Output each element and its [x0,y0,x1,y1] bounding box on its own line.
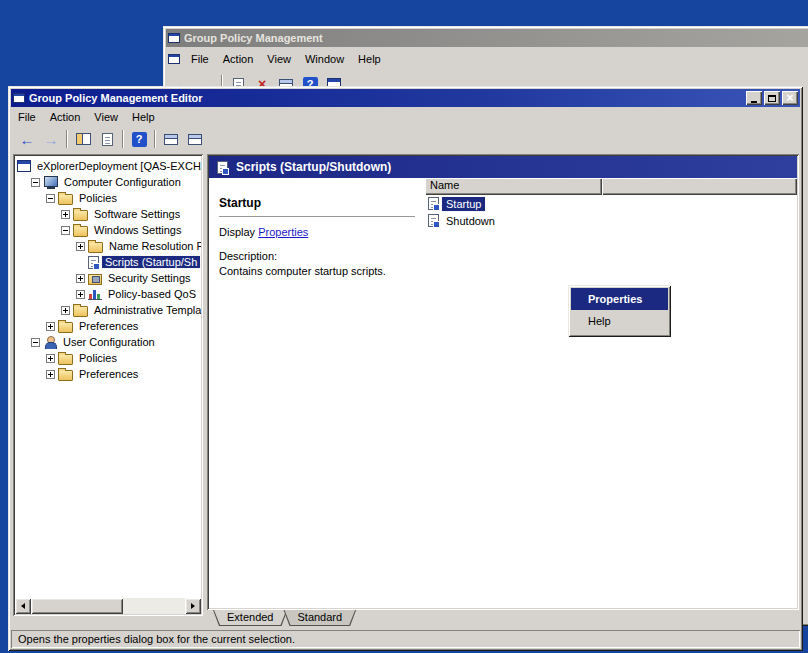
collapse-expander-icon[interactable] [31,338,40,347]
expand-expander-icon[interactable] [46,322,55,331]
console-main-area: eXplorerDeployment [QAS-EXCHAN Computer … [11,152,800,630]
security-settings-icon [88,274,102,285]
extended-view-button[interactable] [183,128,207,150]
result-pane-tabs: Extended Standard [207,610,799,628]
gpme-menu-file[interactable]: File [11,109,43,125]
gpm-titlebar[interactable]: Group Policy Management [166,29,808,47]
tree-item-root[interactable]: eXplorerDeployment [QAS-EXCHAN [15,158,201,174]
close-button[interactable]: × [782,91,798,105]
items-list: Name Startup Shutdown [425,178,797,608]
collapse-expander-icon[interactable] [31,178,40,187]
folder-icon [73,306,88,317]
gpme-window-title: Group Policy Management Editor [29,92,742,104]
gpm-menu-action[interactable]: Action [216,51,261,67]
tree-item-policies-user[interactable]: Policies [15,350,201,366]
description-text: Contains computer startup scripts. [219,265,386,277]
expand-expander-icon[interactable] [76,290,85,299]
scroll-left-icon [18,603,25,609]
tree-item-administrative-templates[interactable]: Administrative Templat [15,302,201,318]
context-menu: Properties Help [568,285,671,337]
expand-expander-icon[interactable] [46,370,55,379]
display-label: Display [219,226,255,238]
gpm-menu-window[interactable]: Window [298,51,351,67]
list-column-headers: Name [425,178,797,195]
back-button[interactable] [15,128,39,150]
scroll-right-button[interactable] [185,598,201,614]
maximize-button[interactable] [764,91,780,105]
tree-item-preferences-user[interactable]: Preferences [15,366,201,382]
console-child-icon [168,54,180,64]
scroll-right-icon [191,603,198,609]
gpme-window[interactable]: Group Policy Management Editor × File Ac… [8,86,803,651]
show-console-tree-button[interactable] [71,128,95,150]
folder-icon [58,194,73,205]
toolbar-separator [154,130,156,148]
context-menu-item-properties[interactable]: Properties [571,288,668,310]
tab-standard[interactable]: Standard [283,610,356,626]
column-header-empty[interactable] [602,178,797,195]
tree-item-computer-configuration[interactable]: Computer Configuration [15,174,201,190]
expand-expander-icon[interactable] [76,242,85,251]
gpme-menu-view[interactable]: View [87,109,125,125]
tree-item-name-resolution-policy[interactable]: Name Resolution P [15,238,201,254]
toolbar-separator [122,130,124,148]
gpm-menu-file[interactable]: File [184,51,216,67]
gpme-window-icon [13,93,25,103]
tree-item-policies-computer[interactable]: Policies [15,190,201,206]
tree-item-software-settings[interactable]: Software Settings [15,206,201,222]
help-button[interactable] [127,128,151,150]
show-console-tree-icon [76,133,91,145]
gpme-titlebar[interactable]: Group Policy Management Editor × [11,89,800,107]
collapse-expander-icon[interactable] [61,226,70,235]
tree-item-scripts-startup-shutdown[interactable]: Scripts (Startup/Sh [15,254,201,270]
gpme-toolbar [11,126,800,152]
collapse-expander-icon[interactable] [46,194,55,203]
tree-item-windows-settings[interactable]: Windows Settings [15,222,201,238]
gpme-menu-help[interactable]: Help [125,109,162,125]
list-item-shutdown[interactable]: Shutdown [425,212,797,229]
scripts-icon [428,214,439,227]
context-menu-item-help[interactable]: Help [571,310,668,332]
status-bar: Opens the properties dialog box for the … [11,630,800,648]
expand-expander-icon[interactable] [46,354,55,363]
back-arrow-icon [20,131,35,148]
list-item-startup[interactable]: Startup [425,195,797,212]
folder-icon [58,354,73,365]
scroll-left-button[interactable] [15,598,31,614]
folder-icon [73,226,88,237]
minimize-button[interactable] [746,91,762,105]
tree-item-security-settings[interactable]: Security Settings [15,270,201,286]
column-header-name[interactable]: Name [425,178,602,195]
scrollbar-track[interactable] [31,598,185,614]
list-view-button[interactable] [159,128,183,150]
folder-icon [58,370,73,381]
folder-icon [58,322,73,333]
scripts-icon [88,256,99,269]
tree-horizontal-scrollbar[interactable] [15,598,201,614]
gpm-window-icon [168,33,180,43]
export-list-button[interactable] [95,128,119,150]
forward-arrow-icon [44,131,59,148]
result-pane-title: Scripts (Startup/Shutdown) [236,160,391,174]
folder-icon [73,210,88,221]
minimize-icon [751,101,757,103]
expand-expander-icon[interactable] [76,274,85,283]
gpme-menu-action[interactable]: Action [43,109,88,125]
result-pane: Scripts (Startup/Shutdown) Startup Displ… [207,154,799,610]
tab-extended[interactable]: Extended [213,610,287,626]
user-icon [43,336,57,349]
tree-item-user-configuration[interactable]: User Configuration [15,334,201,350]
gpme-menubar: File Action View Help [11,107,800,126]
tree-item-policy-based-qos[interactable]: Policy-based QoS [15,286,201,302]
forward-button[interactable] [39,128,63,150]
gpm-menu-view[interactable]: View [260,51,298,67]
scrollbar-thumb[interactable] [31,598,123,614]
gpm-menu-help[interactable]: Help [351,51,388,67]
properties-link[interactable]: Properties [258,226,308,238]
tree-item-preferences-computer[interactable]: Preferences [15,318,201,334]
expand-expander-icon[interactable] [61,306,70,315]
scripts-icon [428,197,439,210]
extended-info-panel: Startup Display Properties Description: … [209,178,425,608]
expand-expander-icon[interactable] [61,210,70,219]
console-tree-pane[interactable]: eXplorerDeployment [QAS-EXCHAN Computer … [13,154,203,616]
